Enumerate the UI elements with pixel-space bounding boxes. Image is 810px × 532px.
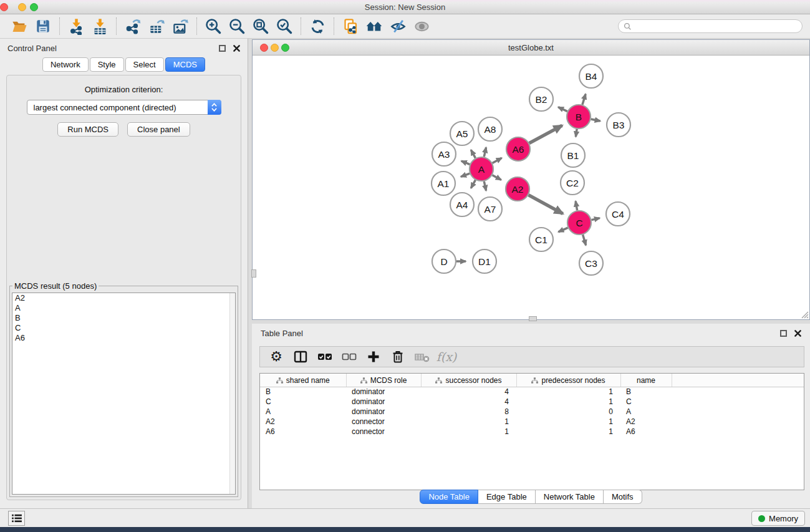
table-cell-name[interactable]: B (620, 387, 672, 397)
table-cell-mcds-role[interactable]: connector (346, 417, 421, 427)
graph-edge-B-B4[interactable] (582, 94, 586, 105)
graph-edge-A-A2[interactable] (493, 175, 501, 180)
graph-edge-B-B3[interactable] (591, 119, 600, 121)
graph-edge-A-A5[interactable] (471, 150, 475, 158)
mcds-result-list[interactable]: A2ABCA6 (12, 293, 236, 495)
zoom-in-button[interactable] (201, 17, 225, 36)
table-row[interactable]: Bdominator41B (260, 387, 804, 397)
column-layout-button[interactable] (289, 347, 312, 366)
resize-grip-icon[interactable] (800, 310, 809, 319)
graph-node-B2[interactable]: B2 (529, 87, 553, 111)
mcds-result-item[interactable]: A (12, 303, 235, 313)
graph-node-C4[interactable]: C4 (606, 202, 630, 226)
table-cell-shared-name[interactable]: A6 (260, 427, 346, 437)
table-cell-predecessor-nodes[interactable]: 1 (516, 427, 620, 437)
network-zoom-traffic-light[interactable] (281, 44, 289, 52)
tab-style[interactable]: Style (90, 57, 124, 72)
graph-node-A1[interactable]: A1 (432, 172, 455, 195)
mcds-result-item[interactable]: C (12, 323, 235, 333)
close-panel-button[interactable]: Close panel (127, 122, 190, 137)
save-session-button[interactable] (31, 17, 55, 36)
splitter-handle-left[interactable] (251, 269, 256, 278)
close-traffic-light[interactable] (0, 3, 8, 11)
mcds-result-item[interactable]: B (12, 313, 235, 323)
table-cell-name[interactable]: A6 (620, 427, 672, 437)
show-task-history-button[interactable] (8, 511, 25, 526)
graph-edge-A6-B[interactable] (529, 125, 562, 143)
graph-edge-C-C3[interactable] (583, 235, 586, 245)
graph-node-A2[interactable]: A2 (506, 177, 529, 201)
table-cell-successor-nodes[interactable]: 1 (421, 417, 516, 427)
column-header-shared-name[interactable]: shared name (260, 374, 346, 387)
graph-node-B3[interactable]: B3 (607, 113, 630, 137)
graph-edge-A-A7[interactable] (484, 181, 486, 191)
table-row[interactable]: A2connector11A2 (260, 417, 804, 427)
table-cell-shared-name[interactable]: C (260, 397, 346, 407)
table-cell-successor-nodes[interactable]: 4 (421, 387, 516, 397)
graph-edge-A-A4[interactable] (471, 180, 475, 188)
graph-node-A4[interactable]: A4 (450, 193, 474, 216)
network-graph[interactable]: B4B2BB3A8A5A6A3B1AA1C2A2A4A7C4CC1C3DD1 (253, 56, 809, 319)
function-builder-button[interactable]: f(x) (435, 347, 458, 366)
table-cell-shared-name[interactable]: A (260, 407, 346, 417)
tab-node-table[interactable]: Node Table (420, 490, 478, 504)
table-cell-mcds-role[interactable]: connector (346, 427, 421, 437)
graph-node-A5[interactable]: A5 (450, 122, 474, 145)
table-cell-mcds-role[interactable]: dominator (346, 397, 421, 407)
mcds-result-item[interactable]: A2 (12, 293, 235, 303)
graph-edge-A2-C[interactable] (529, 195, 563, 214)
graph-node-C2[interactable]: C2 (561, 171, 584, 195)
network-canvas[interactable]: B4B2BB3A8A5A6A3B1AA1C2A2A4A7C4CC1C3DD1 (253, 56, 809, 319)
tab-select[interactable]: Select (125, 57, 164, 72)
table-float-panel-icon[interactable] (780, 330, 787, 337)
run-mcds-button[interactable]: Run MCDS (57, 122, 118, 137)
table-cell-name[interactable]: C (620, 397, 672, 407)
column-header-successor-nodes[interactable]: successor nodes (421, 374, 516, 387)
zoom-fit-button[interactable] (249, 17, 272, 36)
graph-node-B4[interactable]: B4 (579, 64, 603, 88)
export-table-button[interactable] (145, 17, 168, 36)
delete-table-button[interactable] (411, 347, 433, 366)
hide-graphics-details-button[interactable] (386, 17, 410, 36)
table-cell-predecessor-nodes[interactable]: 1 (516, 387, 620, 397)
export-network-button[interactable] (121, 17, 145, 36)
graph-node-A3[interactable]: A3 (432, 142, 456, 166)
tab-network-table[interactable]: Network Table (536, 490, 604, 504)
graph-node-A6[interactable]: A6 (506, 137, 530, 161)
graph-node-A8[interactable]: A8 (478, 117, 502, 141)
search-field[interactable] (618, 19, 803, 33)
show-view-button[interactable] (410, 17, 433, 36)
table-cell-mcds-role[interactable]: dominator (346, 407, 421, 417)
select-all-columns-button[interactable] (314, 347, 336, 366)
graph-node-A7[interactable]: A7 (478, 197, 502, 221)
float-panel-icon[interactable] (219, 45, 226, 52)
memory-button[interactable]: Memory (751, 511, 805, 526)
column-header-name[interactable]: name (620, 374, 672, 387)
table-cell-successor-nodes[interactable]: 8 (421, 407, 516, 417)
table-cell-mcds-role[interactable]: dominator (346, 387, 421, 397)
graph-edge-A-A8[interactable] (484, 147, 486, 157)
graph-node-C[interactable]: C (567, 211, 591, 235)
column-header-predecessor-nodes[interactable]: predecessor nodes (516, 374, 620, 387)
graph-edge-A-A1[interactable] (461, 173, 470, 177)
graph-node-D1[interactable]: D1 (473, 249, 496, 273)
tab-network[interactable]: Network (42, 57, 89, 72)
graph-edge-B-B1[interactable] (576, 129, 577, 137)
network-close-traffic-light[interactable] (260, 44, 268, 52)
table-row[interactable]: A6connector11A6 (260, 427, 804, 437)
network-minimize-traffic-light[interactable] (271, 44, 279, 52)
duplicate-network-button[interactable] (339, 17, 362, 36)
network-window-titlebar[interactable]: testGlobe.txt (253, 40, 809, 56)
zoom-out-button[interactable] (225, 17, 249, 36)
table-cell-predecessor-nodes[interactable]: 1 (516, 417, 620, 427)
table-cell-predecessor-nodes[interactable]: 0 (516, 407, 620, 417)
table-cell-name[interactable]: A2 (620, 417, 672, 427)
graph-node-C3[interactable]: C3 (579, 251, 603, 275)
splitter-handle-bottom[interactable] (529, 316, 537, 321)
table-cell-shared-name[interactable]: A2 (260, 417, 346, 427)
search-input[interactable] (635, 22, 797, 31)
tab-mcds[interactable]: MCDS (165, 57, 205, 72)
graph-node-B1[interactable]: B1 (561, 143, 585, 167)
table-settings-button[interactable]: ⚙ (265, 347, 287, 366)
table-row[interactable]: Cdominator41C (260, 397, 804, 407)
